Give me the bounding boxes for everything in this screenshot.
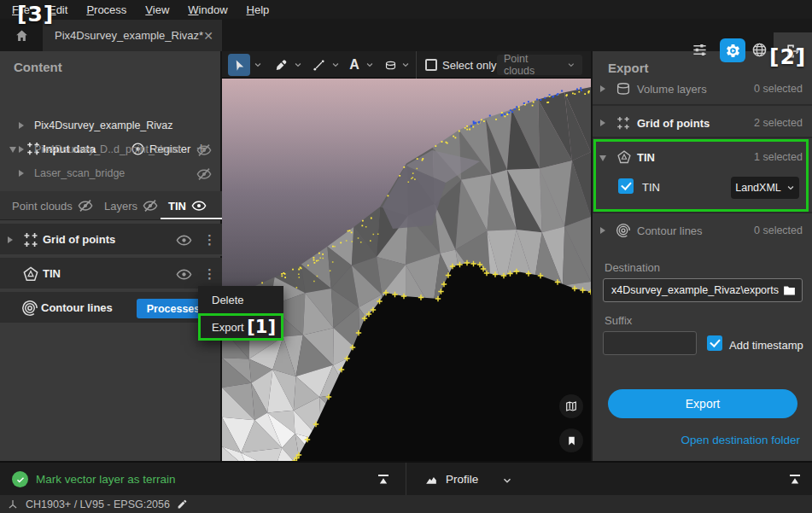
- tab-tin[interactable]: TIN: [168, 198, 207, 213]
- chevron-down-icon[interactable]: [502, 475, 512, 486]
- tree-item-label: Laser_scan_bridge: [34, 167, 125, 179]
- collapse-panel-button[interactable]: [787, 472, 803, 487]
- tab-point-clouds[interactable]: Point clouds: [12, 198, 93, 213]
- export-section-contour-lines[interactable]: Contour lines 0 selected: [593, 217, 812, 244]
- expand-caret-icon[interactable]: [600, 227, 605, 234]
- export-panel-title: Export: [608, 61, 649, 75]
- annotation-tool-button[interactable]: A: [343, 54, 365, 76]
- folder-icon[interactable]: [782, 283, 797, 298]
- eye-icon[interactable]: [176, 232, 192, 248]
- format-dropdown[interactable]: LandXML: [731, 177, 799, 199]
- tab-close-icon[interactable]: ✕: [203, 29, 213, 43]
- tin-item-label: TIN: [642, 181, 660, 194]
- add-timestamp-checkbox[interactable]: [707, 335, 722, 351]
- format-value: LandXML: [735, 182, 781, 194]
- processing-gear-icon: [725, 43, 741, 59]
- add-timestamp-label: Add timestamp: [729, 339, 803, 352]
- layer-label: Contour lines: [41, 301, 113, 314]
- content-panel: Content Input data Register + Pix4Dsurve…: [0, 51, 222, 461]
- kebab-menu-icon[interactable]: ⋮: [203, 231, 216, 248]
- edit-crs-pencil-icon[interactable]: [177, 498, 188, 510]
- expand-caret-icon[interactable]: [19, 146, 24, 153]
- tree-item-project[interactable]: Pix4Dsurvey_example_Rivaz: [0, 115, 222, 137]
- toolbar-divider: [416, 51, 417, 79]
- eye-icon[interactable]: [191, 198, 207, 213]
- export-item-tin: TIN LandXML: [593, 171, 812, 205]
- content-panel-title: Content: [14, 60, 62, 74]
- expand-caret-icon[interactable]: [19, 170, 24, 177]
- contour-lines-icon: [616, 223, 631, 238]
- crs-label: CH1903+ / LV95 - EPSG:2056: [26, 498, 170, 510]
- context-menu-delete[interactable]: Delete: [198, 286, 283, 313]
- collapse-caret-icon[interactable]: [599, 155, 606, 161]
- select-only-checkbox[interactable]: [425, 59, 437, 71]
- eye-off-icon[interactable]: [143, 198, 158, 213]
- suffix-label: Suffix: [605, 314, 632, 327]
- terrain-hint-message[interactable]: Mark vector layer as terrain: [36, 473, 176, 486]
- layer-filter-dropdown[interactable]: Point clouds: [497, 55, 582, 75]
- export-section-grid-of-points[interactable]: Grid of points 2 selected: [593, 109, 812, 137]
- line-tool-button[interactable]: [307, 54, 330, 76]
- tin-checkbox[interactable]: [618, 178, 634, 194]
- export-button[interactable]: Export: [608, 389, 797, 418]
- context-menu-export[interactable]: Export [1]: [198, 313, 283, 341]
- chevron-down-icon[interactable]: [331, 61, 340, 69]
- bookmark-button[interactable]: [559, 428, 583, 452]
- suffix-input[interactable]: [603, 331, 697, 355]
- tree-item-laser-scan[interactable]: Laser_scan_bridge: [0, 163, 222, 185]
- layer-row-contour-lines[interactable]: Contour lines Processes: [0, 292, 222, 324]
- layer-row-grid-of-points[interactable]: Grid of points ⋮: [0, 224, 222, 256]
- kebab-menu-icon[interactable]: ⋮: [203, 265, 216, 283]
- polyline-icon: [313, 59, 325, 72]
- tune-button[interactable]: [692, 42, 708, 58]
- globe-button[interactable]: [751, 42, 768, 58]
- eye-off-icon[interactable]: [196, 143, 212, 158]
- tree-item-point-cloud[interactable]: Pix4Dsurvey_D..d_point_cloud: [0, 139, 222, 161]
- tin-icon: [616, 149, 632, 165]
- eye-off-icon[interactable]: [78, 198, 93, 213]
- expand-caret-icon[interactable]: [8, 236, 13, 243]
- open-destination-folder-link[interactable]: Open destination folder: [681, 434, 800, 446]
- layer-row-tin[interactable]: TIN ⋮: [0, 258, 222, 290]
- eye-off-icon[interactable]: [196, 166, 212, 182]
- chevron-down-icon: [567, 61, 575, 69]
- layer-context-menu: Delete Export [1]: [198, 286, 283, 341]
- export-section-tin[interactable]: TIN 1 selected: [593, 143, 812, 171]
- volume-tool-button[interactable]: [379, 54, 401, 76]
- annotation-tool-glyph: A: [349, 57, 359, 73]
- collapse-icon: [376, 472, 391, 487]
- profile-label[interactable]: Profile: [446, 473, 478, 486]
- tab-layers[interactable]: Layers: [104, 198, 158, 213]
- chevron-down-icon[interactable]: [365, 61, 374, 69]
- expand-caret-icon[interactable]: [19, 122, 24, 129]
- active-tab-underline: [161, 218, 222, 219]
- destination-input[interactable]: x4Dsurvey_example_Rivaz\exports: [603, 278, 803, 302]
- selected-count: 0 selected: [754, 83, 803, 95]
- menu-window[interactable]: Window: [178, 3, 237, 16]
- chevron-down-icon[interactable]: [254, 61, 262, 69]
- export-section-volume-layers[interactable]: Volume layers 0 selected: [593, 75, 812, 102]
- project-tab[interactable]: Pix4Dsurvey_example_Rivaz* ✕: [43, 20, 222, 51]
- menu-help[interactable]: Help: [237, 3, 279, 16]
- eye-icon[interactable]: [176, 266, 192, 283]
- menu-view[interactable]: View: [136, 3, 178, 16]
- select-tool-button[interactable]: [228, 54, 250, 76]
- layer-label: Grid of points: [43, 233, 115, 246]
- home-button[interactable]: [7, 23, 36, 47]
- chevron-down-icon[interactable]: [401, 61, 410, 69]
- terrain-3d-view[interactable]: [222, 79, 591, 461]
- chevron-down-icon[interactable]: [294, 61, 302, 69]
- map-icon: [565, 400, 577, 412]
- cursor-icon: [233, 59, 246, 72]
- selected-count: 2 selected: [754, 117, 803, 129]
- menu-process[interactable]: Process: [77, 3, 136, 16]
- expand-caret-icon[interactable]: [600, 85, 605, 92]
- map-view-button[interactable]: [559, 394, 583, 418]
- annotation-step-2: [2]: [769, 44, 806, 69]
- viewport-3d[interactable]: A Select only Point clouds: [222, 51, 591, 461]
- destination-label: Destination: [605, 261, 660, 274]
- expand-caret-icon[interactable]: [600, 120, 605, 126]
- picker-tool-button[interactable]: [270, 54, 292, 76]
- processing-button[interactable]: [720, 38, 745, 62]
- collapse-panel-button[interactable]: [376, 472, 391, 487]
